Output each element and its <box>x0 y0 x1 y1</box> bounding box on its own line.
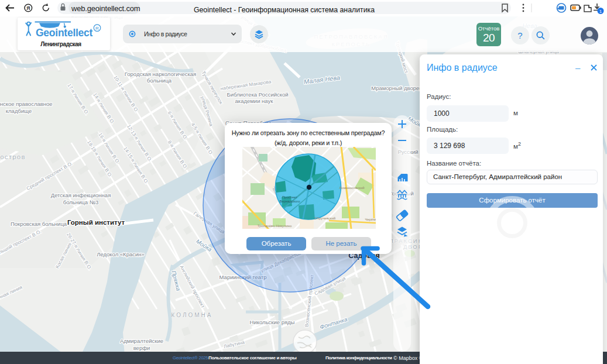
svg-text:1: 1 <box>599 9 602 14</box>
svg-text:больница №3: больница №3 <box>63 199 98 205</box>
svg-text:Я: Я <box>26 5 30 11</box>
svg-text:Библиотека Российской: Библиотека Российской <box>227 91 288 98</box>
svg-text:кладбище: кладбище <box>6 108 32 114</box>
svg-text:Покровская больница: Покровская больница <box>11 221 67 227</box>
svg-text:Адмиралтейские: Адмиралтейские <box>120 338 163 344</box>
svg-text:КОЛОМНА: КОЛОМНА <box>172 312 213 318</box>
svg-text:верфи: верфи <box>133 345 150 351</box>
svg-text:Городская наркологическая: Городская наркологическая <box>125 71 197 77</box>
svg-text:Проспект: Проспект <box>282 195 297 199</box>
svg-text:Смоленское православное: Смоленское православное <box>0 101 53 107</box>
svg-text:остров: остров <box>0 153 26 160</box>
svg-text:Тропарёво-Никулино: Тропарёво-Никулино <box>258 224 292 228</box>
svg-text:Горный институт: Горный институт <box>67 219 125 226</box>
svg-text:Ледокол «Красин»: Ледокол «Красин» <box>97 251 145 257</box>
svg-text:академии наук: академии наук <box>235 98 274 104</box>
svg-text:больница: больница <box>147 77 172 84</box>
svg-text:Вернадского: Вернадского <box>279 200 300 203</box>
svg-text:Черёму: Черёму <box>365 218 376 221</box>
svg-text:Обручевский: Обручевский <box>314 217 335 220</box>
svg-text:Geointellect: Geointellect <box>36 27 93 39</box>
svg-text:Никольские ряды: Никольские ряды <box>250 319 295 325</box>
svg-text:Мраморный дворец: Мраморный дворец <box>371 85 423 91</box>
svg-text:Детская инфекционная: Детская инфекционная <box>51 192 111 198</box>
svg-text:Ломоносовский: Ломоносовский <box>339 186 364 190</box>
svg-text:R: R <box>95 26 99 31</box>
